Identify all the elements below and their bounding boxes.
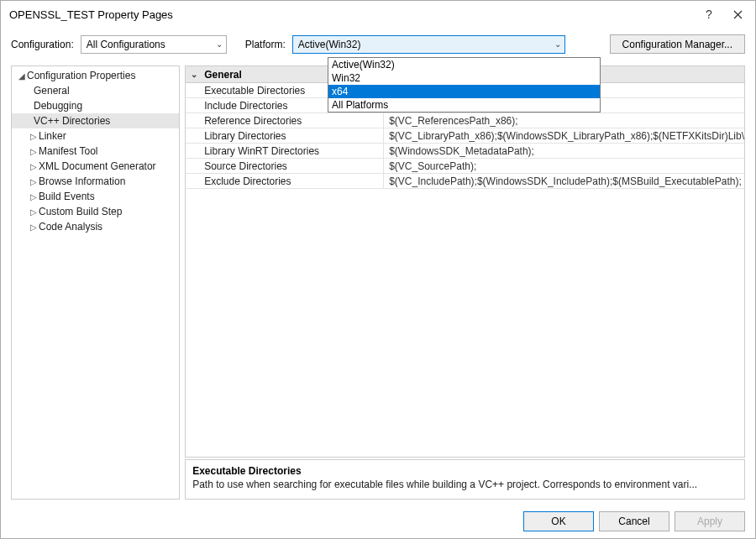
chevron-down-icon: ⌄ [216,39,223,49]
chevron-down-icon: ⌄ [191,70,204,79]
tree-item-label: VC++ Directories [34,115,110,127]
tree-item[interactable]: General [12,83,179,98]
platform-option[interactable]: All Platforms [328,98,600,112]
tree-item[interactable]: ▷Manifest Tool [12,144,179,159]
tree-item-label: Manifest Tool [39,145,97,157]
tree-item-label: Browse Information [39,175,125,187]
configuration-label: Configuration: [11,39,74,50]
configuration-manager-button[interactable]: Configuration Manager... [610,34,745,54]
tree-pane[interactable]: ◢ Configuration Properties GeneralDebugg… [11,65,180,500]
expand-icon[interactable]: ▷ [29,147,39,156]
property-name: Reference Directories [186,113,384,128]
tree-item[interactable]: ▷Build Events [12,189,179,204]
tree-item-label: General [34,85,70,97]
property-row[interactable]: Exclude Directories$(VC_IncludePath);$(W… [186,174,744,189]
property-row[interactable]: Reference Directories$(VC_ReferencesPath… [186,113,744,128]
title-bar: OPENSSL_TEST Property Pages ? [1,1,755,28]
tree-root[interactable]: ◢ Configuration Properties [12,68,179,83]
help-button[interactable]: ? [695,3,723,26]
platform-option[interactable]: Win32 [328,71,600,85]
tree-item-label: Custom Build Step [39,206,122,217]
property-name: Source Directories [186,159,384,173]
description-title: Executable Directories [192,465,738,477]
window-title: OPENSSL_TEST Property Pages [9,8,695,21]
platform-value: Active(Win32) [298,39,361,50]
chevron-down-icon: ⌄ [554,39,561,49]
platform-label: Platform: [245,39,286,50]
tree-item[interactable]: Debugging [12,98,179,113]
configuration-value: All Configurations [87,39,165,50]
property-value[interactable]: $(WindowsSDK_MetadataPath); [384,144,744,158]
expand-icon[interactable]: ▷ [29,222,39,232]
dialog-footer: OK Cancel Apply [1,505,755,538]
property-value[interactable]: $(VC_IncludePath);$(WindowsSDK_IncludePa… [384,174,744,188]
platform-option[interactable]: x64 [328,85,600,98]
tree-item-label: Code Analysis [39,221,102,233]
property-row[interactable]: Library WinRT Directories$(WindowsSDK_Me… [186,144,744,159]
property-value[interactable]: $(VC_LibraryPath_x86);$(WindowsSDK_Libra… [384,128,744,143]
tree-item[interactable]: ▷Linker [12,128,179,144]
tree-item-label: Linker [39,130,66,142]
property-row[interactable]: Library Directories$(VC_LibraryPath_x86)… [186,128,744,144]
expand-icon[interactable]: ▷ [29,132,39,141]
expand-icon[interactable]: ▷ [29,177,39,186]
property-row[interactable]: Source Directories$(VC_SourcePath); [186,159,744,174]
tree-item-label: XML Document Generator [39,160,156,172]
tree-item[interactable]: ▷Browse Information [12,174,179,189]
description-text: Path to use when searching for executabl… [192,479,738,490]
collapse-icon[interactable]: ◢ [17,71,27,81]
property-value[interactable]: $(VC_SourcePath); [384,159,744,173]
property-name: Library WinRT Directories [186,144,384,158]
property-pane: ⌄ General Executable Directoriesxecutabl… [185,65,745,500]
platform-option[interactable]: Active(Win32) [328,58,600,71]
expand-icon[interactable]: ▷ [29,162,39,171]
ok-button[interactable]: OK [523,511,594,531]
apply-button: Apply [675,511,745,531]
close-icon [733,10,743,19]
tree-item[interactable]: ▷Custom Build Step [12,204,179,219]
cancel-button[interactable]: Cancel [599,511,669,531]
platform-dropdown-list[interactable]: Active(Win32)Win32x64All Platforms [328,57,601,113]
tree-item-label: Build Events [39,191,95,202]
tree-item[interactable]: ▷XML Document Generator [12,159,179,174]
platform-dropdown[interactable]: Active(Win32) ⌄ [292,35,565,54]
description-panel: Executable Directories Path to use when … [185,459,745,500]
expand-icon[interactable]: ▷ [29,207,39,217]
configuration-dropdown[interactable]: All Configurations ⌄ [81,35,227,54]
property-name: Exclude Directories [186,174,384,188]
tree-item[interactable]: VC++ Directories [12,113,179,128]
tree-item-label: Debugging [34,100,82,112]
property-name: Library Directories [186,128,384,143]
property-value[interactable]: $(VC_ReferencesPath_x86); [384,113,744,128]
body-area: ◢ Configuration Properties GeneralDebugg… [1,65,755,505]
close-button[interactable] [723,3,752,26]
tree-item[interactable]: ▷Code Analysis [12,219,179,234]
expand-icon[interactable]: ▷ [29,192,39,201]
property-grid[interactable]: ⌄ General Executable Directoriesxecutabl… [185,65,745,458]
